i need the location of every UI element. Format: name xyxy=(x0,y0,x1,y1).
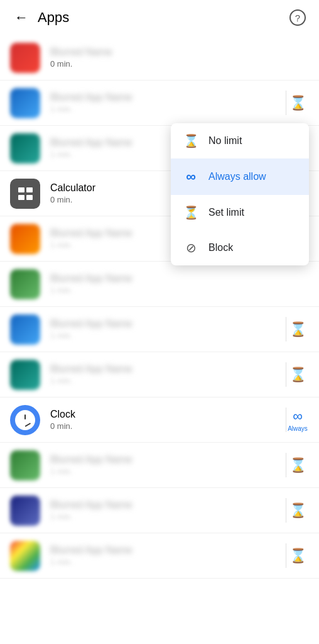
menu-item-set-limit[interactable]: ⏳ Set limit xyxy=(171,195,309,230)
app-time: 1 min. xyxy=(50,512,286,521)
app-icon xyxy=(10,88,40,118)
menu-item-block[interactable]: ⊘ Block xyxy=(171,230,309,265)
list-item[interactable]: Blurred App Name 1 min. ⌛ xyxy=(0,533,319,579)
app-name: Blurred App Name xyxy=(50,318,286,330)
app-action[interactable]: ⌛ xyxy=(286,457,309,474)
app-name: Blurred App Name xyxy=(50,92,286,103)
app-name: Blurred App Name xyxy=(50,499,286,511)
help-circle-icon: ? xyxy=(289,9,306,26)
app-name: Blurred Name xyxy=(50,47,309,58)
app-time: 1 min. xyxy=(50,376,286,386)
divider xyxy=(286,317,286,341)
list-item[interactable]: Blurred App Name 1 min. ⌛ xyxy=(0,307,319,352)
app-action[interactable]: ⌛ xyxy=(286,95,309,111)
block-label: Block xyxy=(208,242,233,253)
dropdown-menu: ⌛ No limit ∞ Always allow ⏳ Set limit ⊘ … xyxy=(171,123,309,265)
hourglass-icon: ⌛ xyxy=(289,457,306,474)
no-limit-icon: ⌛ xyxy=(183,133,198,148)
list-item[interactable]: Blurred Name 0 min. xyxy=(0,35,319,80)
set-limit-label: Set limit xyxy=(208,207,244,218)
app-action[interactable]: ⌛ xyxy=(286,367,309,383)
app-icon xyxy=(10,269,40,299)
always-allow-label: Always allow xyxy=(208,171,266,182)
app-icon xyxy=(10,314,40,345)
app-icon xyxy=(10,360,40,390)
always-allow-icon: ∞ xyxy=(183,169,198,185)
always-infinity-icon: ∞ xyxy=(293,408,303,425)
help-button[interactable]: ? xyxy=(286,6,309,29)
back-button[interactable]: ← xyxy=(10,6,33,29)
page-title: Apps xyxy=(38,9,286,26)
divider xyxy=(286,543,286,568)
clock-name: Clock xyxy=(50,409,286,420)
app-time: 1 min. xyxy=(50,286,309,295)
app-icon xyxy=(10,450,40,480)
list-item[interactable]: Blurred App Name 1 min. xyxy=(0,262,319,307)
app-action[interactable]: ⌛ xyxy=(286,321,309,338)
list-item[interactable]: Blurred App Name 1 min. ⌛ xyxy=(0,80,319,126)
app-list: Blurred Name 0 min. Blurred App Name 1 m… xyxy=(0,35,319,579)
app-name: Blurred App Name xyxy=(50,273,309,284)
back-arrow-icon: ← xyxy=(14,9,28,26)
app-time: 1 min. xyxy=(50,331,286,340)
clock-time: 0 min. xyxy=(50,421,286,431)
divider xyxy=(286,91,286,115)
app-icon xyxy=(10,43,40,73)
app-action[interactable]: ⌛ xyxy=(286,548,309,564)
clock-icon xyxy=(10,405,40,435)
hourglass-icon: ⌛ xyxy=(289,502,306,519)
hourglass-icon: ⌛ xyxy=(289,95,306,111)
calculator-icon xyxy=(10,179,40,209)
app-time: 1 min. xyxy=(50,557,286,567)
app-time: 0 min. xyxy=(50,59,309,69)
hourglass-icon: ⌛ xyxy=(289,548,306,564)
divider xyxy=(286,498,286,523)
menu-item-always-allow[interactable]: ∞ Always allow xyxy=(171,158,309,195)
app-name: Blurred App Name xyxy=(50,364,286,375)
divider xyxy=(286,408,286,432)
app-icon xyxy=(10,496,40,526)
no-limit-label: No limit xyxy=(208,135,242,147)
block-icon: ⊘ xyxy=(183,240,198,255)
divider xyxy=(286,453,286,477)
list-item[interactable]: Blurred App Name 1 min. ⌛ xyxy=(0,488,319,533)
app-icon xyxy=(10,224,40,254)
divider xyxy=(286,362,286,387)
set-limit-icon: ⏳ xyxy=(183,205,198,220)
always-label: Always xyxy=(288,425,308,432)
list-item[interactable]: Blurred App Name 1 min. ⌛ xyxy=(0,352,319,397)
app-time: 1 min. xyxy=(50,467,286,476)
app-icon xyxy=(10,133,40,164)
clock-action[interactable]: ∞ Always xyxy=(286,408,309,432)
app-time: 1 min. xyxy=(50,104,286,114)
list-item[interactable]: Blurred App Name 1 min. ⌛ xyxy=(0,443,319,488)
app-action[interactable]: ⌛ xyxy=(286,502,309,519)
hourglass-icon: ⌛ xyxy=(289,321,306,338)
app-name: Blurred App Name xyxy=(50,454,286,465)
header: ← Apps ? xyxy=(0,0,319,35)
app-icon xyxy=(10,541,40,571)
hourglass-icon: ⌛ xyxy=(289,367,306,383)
app-name: Blurred App Name xyxy=(50,545,286,556)
menu-item-no-limit[interactable]: ⌛ No limit xyxy=(171,123,309,158)
clock-row[interactable]: Clock 0 min. ∞ Always xyxy=(0,397,319,443)
